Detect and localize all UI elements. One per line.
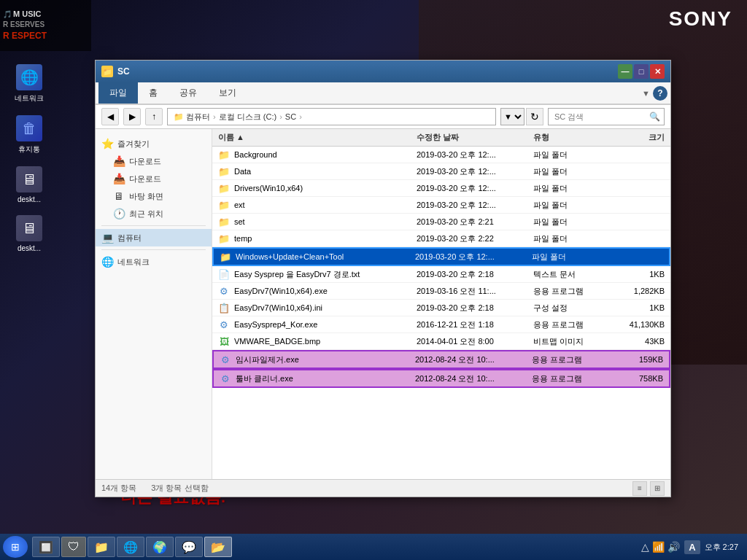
file-row[interactable]: 📁 Drivers(Win10,x64) 2019-03-20 오후 12:..… — [212, 180, 670, 197]
items-count: 14개 항목 — [101, 483, 136, 494]
file-row[interactable]: 📁 temp 2019-03-20 오후 2:22 파일 폴더 — [212, 230, 670, 247]
file-row[interactable]: 📁 Data 2019-03-20 오후 12:... 파일 폴더 — [212, 163, 670, 180]
forward-button[interactable]: ▶ — [123, 108, 141, 125]
downloads-label-2: 다운로드 — [129, 174, 161, 184]
desktop-icon-1[interactable]: 🖥 deskt... — [0, 160, 58, 209]
file-type: 응용 프로그램 — [532, 373, 605, 384]
taskbar-item-browser[interactable]: 🌍 — [146, 537, 174, 557]
file-date: 2019-03-20 오후 2:22 — [417, 233, 533, 244]
folder-icon: 📁 — [218, 166, 230, 177]
file-type: 파일 폴더 — [533, 166, 606, 177]
tray-icon-up: △ — [641, 541, 649, 553]
header-name[interactable]: 이름 ▲ — [218, 132, 417, 143]
sidebar-item-downloads-1[interactable]: 📥 다운로드 — [96, 152, 212, 170]
search-icon: 🔍 — [649, 112, 660, 122]
tab-share[interactable]: 공유 — [169, 82, 208, 104]
up-button[interactable]: ↑ — [145, 108, 163, 125]
tab-file[interactable]: 파일 — [98, 82, 138, 104]
taskbar-item-chat[interactable]: 💬 — [175, 537, 203, 557]
file-row[interactable]: 📁 Background 2019-03-20 오후 12:... 파일 폴더 — [212, 147, 670, 163]
file-size: 159KB — [605, 355, 663, 364]
music-text: M USIC — [13, 9, 42, 20]
file-row-purple-1[interactable]: ⚙ 임시파일제거.exe 2012-08-24 오전 10:... 응용 프로그… — [212, 350, 670, 369]
desktop-icon-network[interactable]: 🌐 네트워크 — [0, 58, 58, 109]
file-type: 응용 프로그램 — [532, 354, 605, 365]
file-row[interactable]: 📄 Easy Sysprep 을 EasyDrv7 경로.txt 2019-03… — [212, 266, 670, 283]
respect-text: R ESPECT — [3, 30, 47, 42]
file-type: 파일 폴더 — [533, 183, 606, 194]
sidebar-item-computer[interactable]: 💻 컴퓨터 — [96, 229, 212, 246]
desktop-folder-icon-2: 🖥 — [16, 215, 42, 241]
ime-indicator[interactable]: A — [684, 540, 700, 554]
recycle-label: 휴지통 — [18, 144, 40, 155]
maximize-button[interactable]: □ — [634, 64, 649, 79]
music-icon: 🎵 — [3, 9, 12, 20]
address-path[interactable]: 📁 컴퓨터 › 로컬 디스크 (C:) › SC › — [167, 108, 496, 125]
header-size[interactable]: 크기 — [606, 132, 665, 143]
ini-icon: 📋 — [218, 302, 230, 314]
minimize-button[interactable]: — — [618, 64, 632, 79]
downloads-icon-1: 📥 — [113, 155, 125, 167]
breadcrumb: 📁 컴퓨터 › 로컬 디스크 (C:) › SC › — [174, 112, 303, 122]
file-row[interactable]: ⚙ EasySysprep4_Kor.exe 2016-12-21 오전 1:1… — [212, 316, 670, 333]
sidebar-item-network[interactable]: 🌐 네트워크 — [96, 253, 212, 271]
tray-icons: △ 📶 🔊 — [641, 541, 680, 553]
file-size: 1,282KB — [606, 287, 665, 295]
file-size: 41,130KB — [606, 320, 665, 329]
header-type[interactable]: 유형 — [533, 132, 606, 143]
desktop-icon-recycle[interactable]: 🗑 휴지통 — [0, 109, 58, 160]
header-date[interactable]: 수정한 날짜 — [417, 132, 533, 143]
exe-icon: ⚙ — [220, 373, 231, 384]
status-left: 14개 항목 3개 항목 선택함 — [101, 483, 209, 494]
file-row-selected[interactable]: 📁 Windows+Update+Clean+Tool 2019-03-20 오… — [212, 247, 670, 266]
file-date: 2019-03-16 오전 11:... — [417, 286, 533, 297]
file-size: 43KB — [606, 337, 665, 346]
file-size: 1KB — [606, 270, 665, 279]
file-date: 2019-03-20 오후 12:... — [415, 252, 532, 262]
taskbar-item-explorer[interactable]: 📂 — [204, 537, 232, 557]
file-row-purple-2[interactable]: ⚙ 툴바 클리너.exe 2012-08-24 오전 10:... 응용 프로그… — [212, 369, 670, 388]
file-type: 파일 폴더 — [533, 149, 606, 160]
details-view-button[interactable]: ≡ — [632, 481, 647, 496]
desktop-icon-2[interactable]: 🖥 deskt... — [0, 209, 58, 258]
tab-view[interactable]: 보기 — [208, 82, 247, 104]
file-list-header: 이름 ▲ 수정한 날짜 유형 크기 — [212, 129, 670, 147]
refresh-button[interactable]: ↻ — [526, 108, 543, 125]
folder-icon: 📁 — [220, 251, 231, 262]
back-button[interactable]: ◀ — [101, 108, 119, 125]
file-row[interactable]: 📁 ext 2019-03-20 오후 12:... 파일 폴더 — [212, 197, 670, 214]
file-date: 2012-08-24 오전 10:... — [415, 373, 532, 384]
file-row[interactable]: 📁 set 2019-03-20 오후 2:21 파일 폴더 — [212, 214, 670, 230]
taskbar-item-2[interactable]: 🛡 — [61, 537, 86, 557]
help-button[interactable]: ? — [653, 86, 667, 101]
sidebar-item-desktop[interactable]: 🖥 바탕 화면 — [96, 187, 212, 205]
large-icons-view-button[interactable]: ⊞ — [650, 481, 665, 496]
network-label: 네트워크 — [15, 93, 44, 104]
path-dropdown[interactable]: ▼ — [500, 108, 525, 125]
close-button[interactable]: ✕ — [650, 64, 665, 79]
file-date: 2019-03-20 오후 2:18 — [417, 269, 533, 280]
sidebar-network-section: 🌐 네트워크 — [96, 253, 212, 271]
file-name: ext — [234, 201, 245, 209]
exe-icon: ⚙ — [220, 354, 231, 365]
file-date: 2019-03-20 오후 12:... — [417, 149, 533, 160]
file-row[interactable]: ⚙ EasyDrv7(Win10,x64).exe 2019-03-16 오전 … — [212, 283, 670, 300]
file-row[interactable]: 📋 EasyDrv7(Win10,x64).ini 2019-03-20 오후 … — [212, 300, 670, 316]
sidebar-item-downloads-2[interactable]: 📥 다운로드 — [96, 170, 212, 187]
file-row[interactable]: 🖼 VMWARE_BADGE.bmp 2014-04-01 오전 8:00 비트… — [212, 333, 670, 350]
start-button[interactable]: ⊞ — [3, 536, 28, 558]
file-name: VMWARE_BADGE.bmp — [234, 337, 320, 346]
search-input[interactable] — [548, 108, 665, 125]
taskbar-item-ie[interactable]: 🌐 — [117, 537, 144, 557]
sidebar-item-recent[interactable]: 🕐 최근 위치 — [96, 205, 212, 222]
sidebar-divider-1 — [101, 225, 206, 226]
sidebar-item-favorites[interactable]: ⭐ 즐겨찾기 — [96, 135, 212, 152]
ribbon-expand: ▼ — [642, 89, 650, 98]
desktop: 🎵 M USIC R ESERVES R ESPECT SONY 🌐 네트워크 … — [0, 0, 747, 560]
taskbar-item-1[interactable]: 🔲 — [32, 537, 60, 557]
tab-home[interactable]: 홈 — [138, 82, 169, 104]
search-wrapper: 🔍 — [548, 108, 665, 125]
taskbar-item-3[interactable]: 📁 — [88, 537, 115, 557]
file-date: 2019-03-20 오후 12:... — [417, 183, 533, 194]
txt-icon: 📄 — [218, 268, 230, 280]
